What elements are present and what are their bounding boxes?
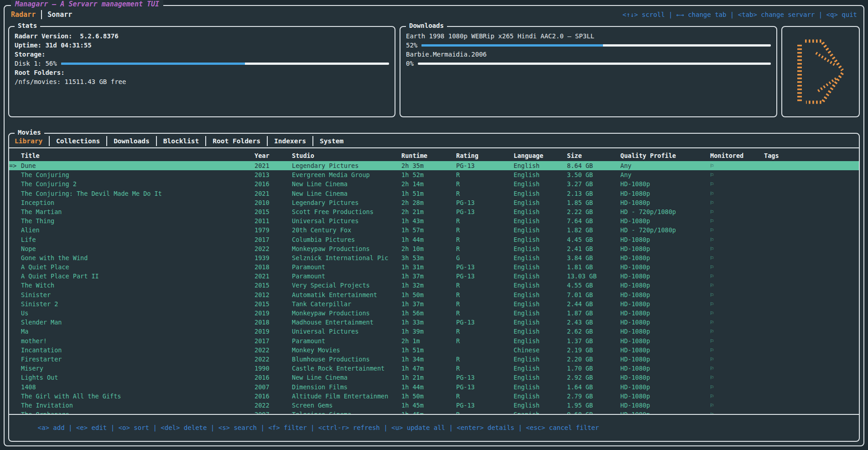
movie-row[interactable]: Sinister 2012 Automatik Entertainment 1h… [9, 290, 859, 299]
column-header-monitored: Monitored [710, 152, 764, 159]
movie-row[interactable]: Gone with the Wind 1939 Selznick Interna… [9, 253, 859, 262]
servarr-tab-radarr[interactable]: Radarr [11, 10, 36, 19]
movie-rating-cell: R [456, 179, 514, 188]
movie-language-cell: English [514, 364, 567, 373]
column-header-rating: Rating [456, 152, 514, 159]
movie-year-cell: 2015 [255, 281, 292, 290]
tab-downloads[interactable]: Downloads [114, 137, 150, 145]
movie-rating-cell: PG-13 [456, 161, 514, 170]
movie-tags-cell [764, 161, 859, 170]
selected-row-marker [9, 299, 21, 309]
movie-studio-cell: Monkeypaw Productions [292, 244, 401, 253]
movie-row[interactable]: Us 2019 Monkeypaw Productions 1h 56m R E… [9, 309, 859, 318]
movie-studio-cell: Screen Gems [292, 401, 401, 410]
movie-rating-cell: R [456, 170, 514, 179]
movie-row[interactable]: Sinister 2 2015 Tank Caterpillar 1h 37m … [9, 299, 859, 309]
movie-row[interactable]: The Orphanage 2007 Telecinco Cinema 1h 4… [9, 410, 859, 414]
movie-row[interactable]: mother! 2017 Paramount 2h 1m R English 1… [9, 336, 859, 345]
movie-size-cell: 7.01 GB [567, 290, 620, 299]
movie-size-cell: 2.44 GB [567, 299, 620, 309]
movie-row[interactable]: The Girl with All the Gifts 2016 Altitud… [9, 392, 859, 401]
movie-size-cell: 2.13 GB [567, 189, 620, 198]
movie-row[interactable]: The Witch 2015 Very Special Projects 1h … [9, 281, 859, 290]
movie-title-cell: The Conjuring: The Devil Made Me Do It [21, 189, 255, 198]
movie-runtime-cell: 1h 47m [401, 364, 456, 373]
monitored-flag-icon: ⚐ [710, 272, 764, 281]
movie-row[interactable]: Alien 1979 20th Century Fox 1h 57m R Eng… [9, 225, 859, 235]
movie-row[interactable]: Lights Out 2016 New Line Cinema 1h 21m P… [9, 373, 859, 382]
movie-row[interactable]: Inception 2010 Legendary Pictures 2h 28m… [9, 198, 859, 207]
movie-title-cell: mother! [21, 336, 255, 345]
tab-divider [267, 136, 268, 146]
movie-title-cell: Ma [21, 327, 255, 336]
movie-row[interactable]: Misery 1990 Castle Rock Entertainment 1h… [9, 364, 859, 373]
movie-year-cell: 2017 [255, 336, 292, 345]
movie-runtime-cell: 1h 51m [401, 345, 456, 355]
movie-year-cell: 2022 [255, 401, 292, 410]
movie-row[interactable]: The Martian 2015 Scott Free Productions … [9, 207, 859, 216]
managarr-play-logo-icon [792, 37, 849, 106]
movie-language-cell: English [514, 244, 567, 253]
movie-row[interactable]: A Quiet Place 2018 Paramount 1h 31m PG-1… [9, 262, 859, 272]
movie-studio-cell: Selznick International Pic [292, 253, 401, 262]
movie-size-cell: 4.55 GB [567, 281, 620, 290]
movie-row[interactable]: Incantation 2022 Monkey Movies 1h 51m Ch… [9, 345, 859, 355]
movie-year-cell: 2012 [255, 290, 292, 299]
monitored-flag-icon: ⚐ [710, 392, 764, 401]
column-header-quality: Quality Profile [620, 152, 710, 159]
monitored-flag-icon: ⚐ [710, 235, 764, 244]
movie-rating-cell: PG-13 [456, 272, 514, 281]
monitored-flag-icon: ⚐ [710, 327, 764, 336]
movie-size-cell: 2.62 GB [567, 327, 620, 336]
movie-language-cell: English [514, 253, 567, 262]
movie-title-cell: A Quiet Place Part II [21, 272, 255, 281]
movie-quality-cell: HD - 720p/1080p [620, 225, 710, 235]
selected-row-marker [9, 327, 21, 336]
movie-row[interactable]: The Conjuring: The Devil Made Me Do It 2… [9, 189, 859, 198]
movie-row[interactable]: Slender Man 2018 Madhouse Entertainment … [9, 318, 859, 327]
movie-row[interactable]: The Invitation 2022 Screen Gems 1h 45m P… [9, 401, 859, 410]
movie-rating-cell: R [456, 225, 514, 235]
tab-blocklist[interactable]: Blocklist [163, 137, 199, 145]
movie-row[interactable]: The Conjuring 2 2016 New Line Cinema 2h … [9, 179, 859, 188]
movie-runtime-cell: 1h 43m [401, 216, 456, 225]
tab-system[interactable]: System [320, 137, 343, 145]
movie-row[interactable]: Ma 2019 Universal Pictures 1h 39m R Engl… [9, 327, 859, 336]
download-progress-bar [418, 63, 771, 65]
movie-quality-cell: HD-1080p [620, 235, 710, 244]
movie-runtime-cell: 1h 32m [401, 281, 456, 290]
movie-quality-cell: HD-1080p [620, 373, 710, 382]
selected-row-marker [9, 244, 21, 253]
monitored-flag-icon: ⚐ [710, 299, 764, 309]
selected-row-marker [9, 281, 21, 290]
movie-runtime-cell: 1h 44m [401, 382, 456, 392]
movie-row[interactable]: A Quiet Place Part II 2021 Paramount 1h … [9, 272, 859, 281]
movie-tags-cell [764, 373, 859, 382]
movie-size-cell: 2.92 GB [567, 373, 620, 382]
movie-size-cell: 2.19 GB [567, 345, 620, 355]
movie-row[interactable]: Nope 2022 Monkeypaw Productions 2h 10m R… [9, 244, 859, 253]
tab-root-folders[interactable]: Root Folders [213, 137, 260, 145]
movie-rating-cell: PG-13 [456, 318, 514, 327]
movie-row[interactable]: The Thing 2011 Universal Pictures 1h 43m… [9, 216, 859, 225]
tab-collections[interactable]: Collections [56, 137, 100, 145]
servarr-tab-bar: Radarr Sonarr [11, 10, 72, 19]
movie-row[interactable]: 1408 2007 Dimension Films 1h 44m PG-13 E… [9, 382, 859, 392]
download-percent-label: 52% [406, 41, 417, 50]
movie-row[interactable]: Life 2017 Columbia Pictures 1h 44m R Eng… [9, 235, 859, 244]
movie-rating-cell: R [456, 392, 514, 401]
movie-language-cell: English [514, 272, 567, 281]
movie-studio-cell: Monkeypaw Productions [292, 309, 401, 318]
movie-year-cell: 2022 [255, 244, 292, 253]
movie-row[interactable]: The Conjuring 2013 Evergreen Media Group… [9, 170, 859, 179]
movie-language-cell: English [514, 216, 567, 225]
movie-year-cell: 1939 [255, 253, 292, 262]
tab-indexers[interactable]: Indexers [274, 137, 306, 145]
movie-row[interactable]: => Dune 2021 Legendary Pictures 2h 35m P… [9, 161, 859, 170]
tab-library[interactable]: Library [15, 137, 42, 145]
movie-row[interactable]: Firestarter 2022 Blumhouse Productions 1… [9, 355, 859, 364]
movie-rating-cell: PG-13 [456, 382, 514, 392]
movie-runtime-cell: 1h 56m [401, 309, 456, 318]
servarr-tab-sonarr[interactable]: Sonarr [47, 10, 72, 19]
movie-tags-cell [764, 410, 859, 414]
